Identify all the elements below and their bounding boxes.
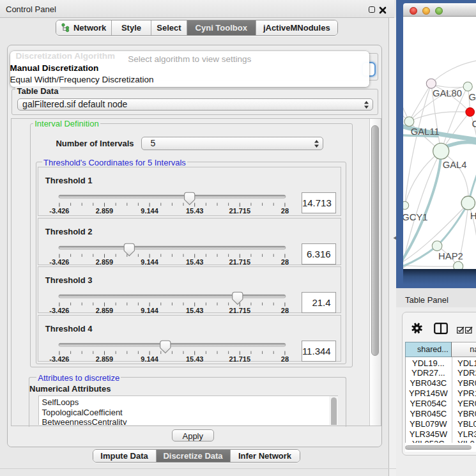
svg-text:2.859: 2.859 bbox=[96, 207, 114, 215]
svg-text:GA: GA bbox=[469, 93, 476, 103]
svg-text:28: 28 bbox=[281, 355, 289, 363]
svg-text:HAP2: HAP2 bbox=[438, 251, 463, 261]
svg-text:9.144: 9.144 bbox=[141, 307, 158, 315]
svg-text:21.715: 21.715 bbox=[229, 307, 250, 315]
svg-text:-3.426: -3.426 bbox=[49, 207, 69, 215]
svg-text:2.859: 2.859 bbox=[96, 355, 114, 363]
svg-text:21.715: 21.715 bbox=[229, 355, 250, 363]
svg-text:CR: CR bbox=[472, 119, 476, 130]
svg-text:15.43: 15.43 bbox=[186, 307, 204, 315]
svg-text:GAL4: GAL4 bbox=[443, 160, 467, 170]
svg-text:9.144: 9.144 bbox=[141, 207, 158, 215]
svg-text:-3.426: -3.426 bbox=[49, 355, 69, 363]
svg-text:2.859: 2.859 bbox=[96, 258, 114, 266]
svg-text:9.144: 9.144 bbox=[141, 355, 158, 363]
svg-text:21.715: 21.715 bbox=[229, 207, 250, 215]
svg-text:15.43: 15.43 bbox=[186, 207, 204, 215]
svg-text:21.715: 21.715 bbox=[229, 258, 250, 266]
svg-text:15.43: 15.43 bbox=[186, 258, 204, 266]
svg-text:28: 28 bbox=[281, 307, 289, 315]
svg-text:-3.426: -3.426 bbox=[49, 307, 69, 315]
svg-text:15.43: 15.43 bbox=[186, 355, 204, 363]
svg-text:GAL80: GAL80 bbox=[433, 88, 462, 98]
svg-text:9.144: 9.144 bbox=[141, 258, 158, 266]
svg-text:28: 28 bbox=[281, 258, 289, 266]
svg-text:H: H bbox=[470, 211, 476, 221]
svg-text:28: 28 bbox=[281, 207, 289, 215]
svg-text:GCY1: GCY1 bbox=[403, 212, 427, 222]
svg-text:GAL11: GAL11 bbox=[411, 127, 440, 137]
svg-text:2.859: 2.859 bbox=[96, 307, 114, 315]
svg-text:-3.426: -3.426 bbox=[49, 258, 69, 266]
